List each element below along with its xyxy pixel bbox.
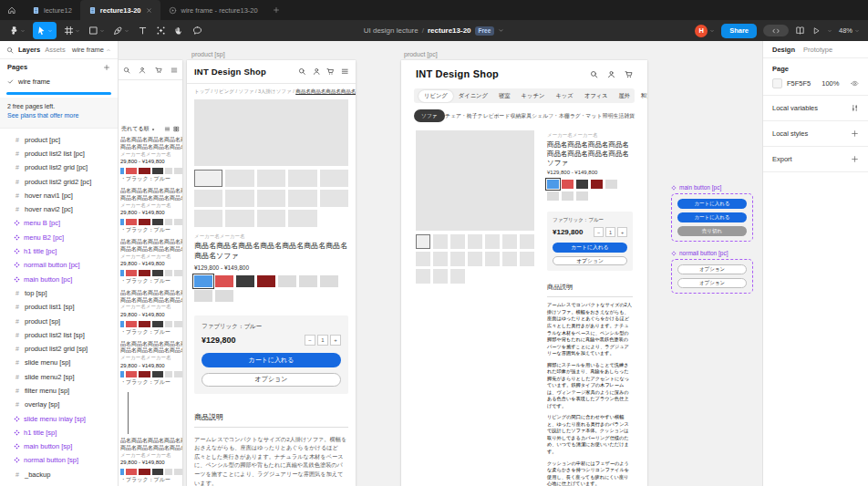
page-color-opacity[interactable]: 100% <box>822 79 839 88</box>
thumbnail[interactable] <box>416 234 430 249</box>
quantity-stepper[interactable]: − 1 + <box>305 335 341 346</box>
design-canvas[interactable]: 売れてる順 品名商品名商品名商品名商品名商商品名商品名商品名商品名メーカー名メー… <box>119 41 762 486</box>
hand-tool-button[interactable] <box>170 22 188 39</box>
account-menu[interactable]: H <box>695 25 715 37</box>
new-tab-button[interactable] <box>266 0 286 20</box>
color-swatch-red[interactable] <box>562 180 574 189</box>
color-swatch-darkred[interactable] <box>591 180 603 189</box>
color-swatch-gray[interactable] <box>194 290 212 302</box>
quantity-stepper[interactable]: − 1 + <box>594 227 627 237</box>
frame-product-sp[interactable]: INT Design Shop トップ / リビング / ソファ / 3人掛けソ… <box>187 60 356 486</box>
subnav-item[interactable]: シェルフ・本棚 <box>532 112 569 120</box>
option-button[interactable]: オプション <box>202 373 341 387</box>
variables-icon[interactable] <box>851 104 859 112</box>
add-to-cart-button[interactable]: カートに入れる <box>677 212 747 222</box>
nav-item[interactable]: 和室 <box>636 90 647 102</box>
layer-item[interactable]: menu B [pc] <box>0 216 118 230</box>
layer-item[interactable]: #product [pc] <box>0 133 118 147</box>
zoom-menu[interactable]: 48% <box>839 26 860 35</box>
thumbnail[interactable] <box>225 170 253 187</box>
share-button[interactable]: Share <box>721 24 757 38</box>
actions-button[interactable] <box>152 22 170 39</box>
thumbnail[interactable] <box>257 190 285 207</box>
layer-item[interactable]: #top [sp] <box>0 286 118 300</box>
component-label-normal-button[interactable]: normail button [pc] <box>671 250 753 256</box>
sold-out-button[interactable]: 売り切れ <box>677 226 747 236</box>
present-icon[interactable] <box>811 26 821 36</box>
layer-item[interactable]: #_backup <box>0 468 118 481</box>
dev-mode-toggle[interactable] <box>763 25 789 36</box>
thumbnail[interactable] <box>485 234 500 249</box>
thumbnail[interactable] <box>520 234 534 249</box>
color-swatch-dark[interactable] <box>236 275 254 287</box>
layer-item[interactable]: slide menu inlay [sp] <box>0 411 118 425</box>
color-swatch-red[interactable] <box>215 275 233 287</box>
layer-item[interactable]: #filter menu [sp] <box>0 384 118 398</box>
thumbnail[interactable] <box>468 234 482 249</box>
thumbnail[interactable] <box>194 190 222 207</box>
add-page-icon[interactable] <box>103 64 110 71</box>
page-color-swatch[interactable] <box>772 78 782 88</box>
layer-item[interactable]: main button [pc] <box>0 272 118 285</box>
tab-assets[interactable]: Assets <box>45 46 66 54</box>
component-normal-button[interactable]: オプションオプション <box>671 259 753 294</box>
thumbnail[interactable] <box>225 210 253 227</box>
add-to-cart-button[interactable]: カートに入れる <box>553 243 627 253</box>
layer-item[interactable]: menu B2 [pc] <box>0 231 118 244</box>
main-menu-button[interactable] <box>5 22 29 39</box>
qty-plus[interactable]: + <box>330 335 341 346</box>
color-swatch-gray[interactable] <box>278 275 296 287</box>
frame-tool-button[interactable] <box>60 22 84 39</box>
thumbnail[interactable] <box>416 252 430 266</box>
tab-layers[interactable]: Layers <box>18 46 40 54</box>
option-button[interactable]: オプション <box>677 264 747 274</box>
nav-item[interactable]: オフィス <box>579 90 614 102</box>
subnav-item[interactable]: ラグ・マット <box>570 112 602 120</box>
thumbnail[interactable] <box>257 210 285 227</box>
thumbnail[interactable] <box>225 190 253 207</box>
layer-item[interactable]: #hover navi2 [pc] <box>0 202 118 216</box>
layer-item[interactable]: #overlay [sp] <box>0 398 118 411</box>
thumbnail[interactable] <box>433 269 448 284</box>
thumbnail[interactable] <box>433 252 448 266</box>
file-name[interactable]: recture13-20 <box>428 26 471 35</box>
thumbnail[interactable] <box>450 269 465 284</box>
layer-item[interactable]: normal button [sp] <box>0 453 118 467</box>
chevron-down-icon[interactable] <box>827 28 832 34</box>
comment-tool-button[interactable] <box>189 22 206 39</box>
thumbnail[interactable] <box>194 210 222 227</box>
subnav-item[interactable]: ソファ <box>414 109 445 122</box>
nav-item[interactable]: ダイニング <box>453 90 493 102</box>
layer-item[interactable]: #product list2 list [pc] <box>0 147 118 160</box>
color-swatch-dark[interactable] <box>576 180 588 189</box>
layer-item[interactable]: h1 title [pc] <box>0 244 118 258</box>
nav-item[interactable]: 寝室 <box>493 90 516 102</box>
shape-tool-button[interactable] <box>85 22 108 39</box>
subnav-item[interactable]: 生活雑貨 <box>614 112 635 120</box>
page-color-value[interactable]: F5F5F5 <box>787 79 811 88</box>
add-export-icon[interactable] <box>851 155 859 163</box>
thumbnail[interactable] <box>450 252 465 266</box>
pen-tool-button[interactable] <box>109 22 133 39</box>
frame-label-product-sp[interactable]: product [sp] <box>191 51 225 57</box>
file-tab[interactable]: wire frame - recture13-20 <box>160 0 265 20</box>
subnav-item[interactable]: 収納家具 <box>511 112 532 120</box>
color-swatch-darkred[interactable] <box>257 275 275 287</box>
subnav-item[interactable]: チェア・椅子 <box>445 112 477 120</box>
move-tool-button[interactable] <box>33 22 57 39</box>
thumbnail[interactable] <box>320 170 348 187</box>
tab-design[interactable]: Design <box>772 46 795 54</box>
thumbnail[interactable] <box>416 269 430 284</box>
thumbnail[interactable] <box>288 210 316 227</box>
home-button[interactable] <box>0 0 24 20</box>
frame-label-product-pc[interactable]: product [pc] <box>404 51 438 57</box>
layer-item[interactable]: normail button [pc] <box>0 258 118 272</box>
layer-item[interactable]: main button [sp] <box>0 439 118 453</box>
qty-minus[interactable]: − <box>305 335 315 346</box>
nav-item[interactable]: リビング <box>418 90 453 102</box>
avatar[interactable]: H <box>695 25 708 37</box>
thumbnail[interactable] <box>433 234 448 249</box>
chevron-down-icon[interactable] <box>498 27 504 34</box>
page-switcher[interactable]: wire frame <box>72 46 111 54</box>
color-swatch-blue[interactable] <box>194 275 212 287</box>
